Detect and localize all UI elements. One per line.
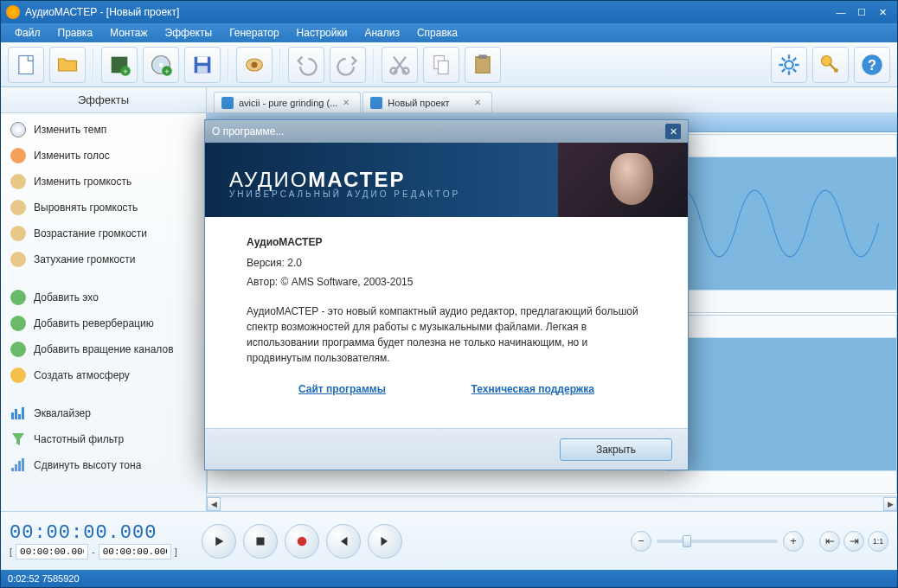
svg-point-14 <box>403 67 409 74</box>
product-description: АудиоМАСТЕР - это новый компактный аудио… <box>247 304 646 366</box>
dialog-close-btn[interactable]: Закрыть <box>560 438 672 461</box>
svg-point-34 <box>298 536 307 546</box>
tab-file-1[interactable]: avicii - pure grinding (... ✕ <box>214 92 361 112</box>
scroll-track[interactable] <box>221 498 883 510</box>
settings-button[interactable] <box>771 47 807 83</box>
current-time: 00:00:00.000 <box>10 522 191 544</box>
fit-left-button[interactable]: ⇤ <box>819 531 840 552</box>
app-icon <box>6 5 20 19</box>
svg-rect-26 <box>22 407 24 419</box>
tab-close-icon[interactable]: ✕ <box>343 98 353 108</box>
sidebar-item-normalize[interactable]: Выровнять громкость <box>1 195 206 220</box>
equalizer-icon <box>10 405 27 422</box>
menu-analysis[interactable]: Анализ <box>357 25 407 41</box>
time-display: 00:00:00.000 [ - ] <box>10 522 191 559</box>
sidebar-item-equalizer[interactable]: Эквалайзер <box>1 400 206 426</box>
svg-rect-24 <box>15 409 17 419</box>
copy-button[interactable] <box>423 47 459 83</box>
sidebar-item-atmosphere[interactable]: Создать атмосферу <box>1 362 206 388</box>
svg-rect-30 <box>22 458 24 471</box>
sidebar-item-rotate[interactable]: Добавить вращение каналов <box>1 336 206 362</box>
new-file-button[interactable] <box>8 47 44 83</box>
menu-help[interactable]: Справка <box>410 25 465 41</box>
play-button[interactable] <box>202 524 236 559</box>
maximize-button[interactable]: ☐ <box>852 4 871 20</box>
support-link[interactable]: Техническая поддержка <box>471 383 594 395</box>
about-dialog: О программе... ✕ АУДИОМАСТЕР УНИВЕРСАЛЬН… <box>204 119 689 470</box>
sidebar-item-fadein[interactable]: Возрастание громкости <box>1 220 206 246</box>
sidebar-item-echo[interactable]: Добавить эхо <box>1 284 206 310</box>
zoom-in-button[interactable]: + <box>783 531 804 552</box>
redo-button[interactable] <box>330 47 366 83</box>
svg-rect-33 <box>257 537 265 545</box>
banner-subtitle: УНИВЕРСАЛЬНЫЙ АУДИО РЕДАКТОР <box>229 189 460 199</box>
product-name: АудиоМАСТЕР <box>247 236 646 248</box>
close-button[interactable]: ✕ <box>873 4 892 20</box>
window-title: АудиоМАСТЕР - [Новый проект] <box>25 6 179 18</box>
sidebar-header: Эффекты <box>1 87 206 113</box>
person-icon <box>10 147 27 164</box>
sidebar-item-reverb[interactable]: Добавить реверберацию <box>1 310 206 336</box>
tab-close-icon[interactable]: ✕ <box>474 98 484 108</box>
menu-file[interactable]: Файл <box>8 25 48 41</box>
scroll-left-button[interactable]: ◀ <box>207 497 221 511</box>
scroll-right-button[interactable]: ▶ <box>883 497 897 511</box>
banner-title: АУДИОМАСТЕР <box>229 168 405 192</box>
sidebar-item-filter[interactable]: Частотный фильтр <box>1 426 206 452</box>
speaker-icon <box>10 173 27 190</box>
skip-forward-button[interactable] <box>368 524 402 559</box>
sidebar-item-voice[interactable]: Изменить голос <box>1 143 206 169</box>
banner-image <box>558 143 688 217</box>
dialog-banner: АУДИОМАСТЕР УНИВЕРСАЛЬНЫЙ АУДИО РЕДАКТОР <box>205 143 688 217</box>
zoom-thumb[interactable] <box>683 535 691 547</box>
save-button[interactable] <box>184 47 221 83</box>
sidebar-item-volume[interactable]: Изменить громкость <box>1 169 206 195</box>
minimize-button[interactable]: — <box>831 4 850 20</box>
dialog-footer: Закрыть <box>205 428 688 470</box>
help-button[interactable]: ? <box>854 47 890 83</box>
svg-rect-28 <box>15 464 17 471</box>
zoom-slider[interactable] <box>657 540 778 543</box>
cut-button[interactable] <box>382 47 418 83</box>
open-file-button[interactable] <box>49 47 86 83</box>
svg-point-19 <box>785 61 792 68</box>
menu-settings[interactable]: Настройки <box>290 25 355 41</box>
dialog-body: АудиоМАСТЕР Версия: 2.0 Автор: © AMS Sof… <box>205 217 688 428</box>
horizontal-scrollbar[interactable]: ◀ ▶ <box>207 495 897 511</box>
menu-effects[interactable]: Эффекты <box>158 25 220 41</box>
svg-text:?: ? <box>868 56 876 72</box>
range-start-input[interactable] <box>16 544 88 559</box>
record-audio-button[interactable] <box>236 47 273 83</box>
svg-rect-32 <box>666 338 896 471</box>
zoom-11-button[interactable]: 1:1 <box>868 531 888 552</box>
undo-button[interactable] <box>288 47 324 83</box>
status-text: 0:02:52 7585920 <box>8 573 80 584</box>
sidebar-item-fadeout[interactable]: Затухание громкости <box>1 246 206 272</box>
website-link[interactable]: Сайт программы <box>298 383 386 395</box>
paste-button[interactable] <box>465 47 501 83</box>
effects-sidebar: Эффекты Изменить темп Изменить голос Изм… <box>1 87 207 511</box>
open-cd-button[interactable]: + <box>143 47 179 83</box>
record-button[interactable] <box>285 524 319 559</box>
tab-file-2[interactable]: Новый проект ✕ <box>362 92 492 112</box>
svg-rect-29 <box>18 461 21 471</box>
dialog-titlebar: О программе... ✕ <box>205 120 688 143</box>
echo-icon <box>10 289 27 306</box>
zoom-out-button[interactable]: − <box>631 531 651 552</box>
dialog-links: Сайт программы Техническая поддержка <box>247 383 646 395</box>
key-button[interactable] <box>812 47 849 83</box>
fit-right-button[interactable]: ⇥ <box>843 531 864 552</box>
sidebar-item-tempo[interactable]: Изменить темп <box>1 117 206 143</box>
open-video-button[interactable]: + <box>101 47 138 83</box>
range-end-input[interactable] <box>99 544 171 559</box>
skip-back-button[interactable] <box>326 524 361 559</box>
menu-generator[interactable]: Генератор <box>222 25 285 41</box>
tab-bar: avicii - pure grinding (... ✕ Новый прое… <box>207 87 897 113</box>
dialog-close-button[interactable]: ✕ <box>665 124 681 139</box>
svg-rect-31 <box>666 157 896 291</box>
menu-edit[interactable]: Правка <box>51 25 100 41</box>
funnel-icon <box>10 431 27 448</box>
stop-button[interactable] <box>243 524 278 559</box>
menu-montage[interactable]: Монтаж <box>103 25 155 41</box>
sidebar-item-pitch[interactable]: Сдвинуть высоту тона <box>1 452 206 478</box>
